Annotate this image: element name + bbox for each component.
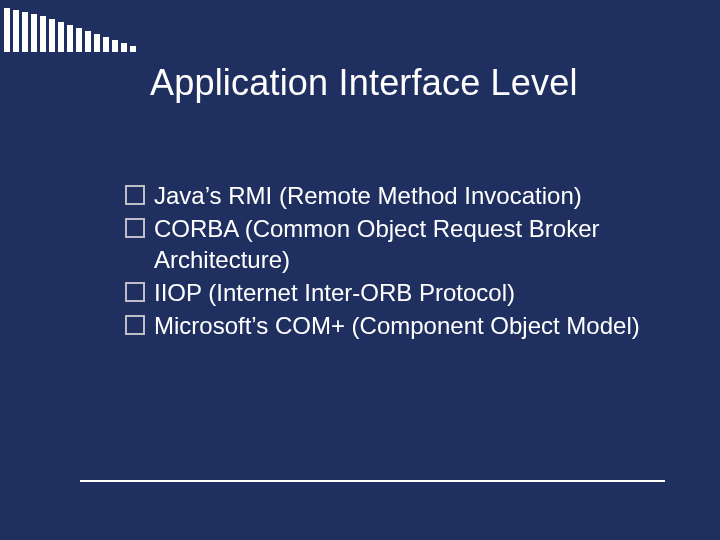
list-item: Microsoft’s COM+ (Component Object Model… [125,310,650,342]
list-item-text: CORBA (Common Object Request Broker Arch… [154,213,650,276]
list-item-text: Microsoft’s COM+ (Component Object Model… [154,310,650,342]
checkbox-icon [125,315,145,335]
checkbox-icon [125,218,145,238]
slide: Application Interface Level Java’s RMI (… [0,0,720,540]
slide-title: Application Interface Level [150,62,660,104]
divider-line [80,480,665,482]
list-item-text: Java’s RMI (Remote Method Invocation) [154,180,650,212]
checkbox-icon [125,282,145,302]
list-item: IIOP (Internet Inter-ORB Protocol) [125,277,650,309]
list-item-text: IIOP (Internet Inter-ORB Protocol) [154,277,650,309]
corner-decor-icon [4,4,136,52]
checkbox-icon [125,185,145,205]
list-item: Java’s RMI (Remote Method Invocation) [125,180,650,212]
slide-body: Java’s RMI (Remote Method Invocation) CO… [125,180,650,342]
list-item: CORBA (Common Object Request Broker Arch… [125,213,650,276]
